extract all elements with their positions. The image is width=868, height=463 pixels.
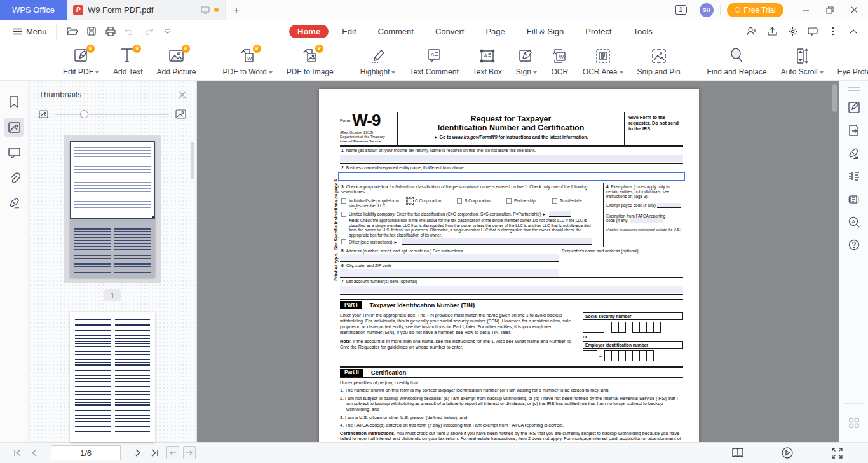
thumbnail-size-slider[interactable] — [55, 114, 169, 115]
text-comment-button[interactable]: A Text Comment — [402, 47, 465, 76]
pdf-to-word-button[interactable]: W ♛ PDF to Word — [216, 47, 280, 76]
other-field[interactable] — [402, 238, 592, 245]
annotate-tool-button[interactable] — [844, 96, 864, 119]
reading-mode-button[interactable] — [844, 188, 864, 211]
quick-access-more-button[interactable] — [159, 23, 176, 39]
signatures-panel-button[interactable] — [4, 194, 24, 213]
tab-comment[interactable]: Comment — [370, 25, 422, 38]
name-field[interactable] — [340, 155, 683, 162]
attachments-panel-button[interactable] — [4, 169, 24, 188]
previous-page-button[interactable] — [25, 445, 42, 460]
snip-and-pin-button[interactable]: Snip and Pin — [630, 47, 688, 76]
exempt-payee-field[interactable] — [657, 203, 681, 208]
tab-protect[interactable]: Protect — [577, 25, 620, 38]
free-trial-button[interactable]: ⬡ Free Trial — [727, 3, 783, 17]
page-thumbnail-1-selected[interactable] — [64, 135, 161, 283]
print-button[interactable] — [102, 23, 119, 39]
slider-knob[interactable] — [80, 110, 88, 118]
more-options-icon[interactable] — [825, 23, 841, 39]
tab-tools[interactable]: Tools — [625, 25, 661, 38]
view-forward-button[interactable] — [183, 446, 196, 459]
search-text-button[interactable]: A — [844, 211, 864, 233]
settings-gear-icon[interactable] — [784, 23, 801, 39]
page-thumbnail-2[interactable] — [70, 312, 155, 442]
tab-edit[interactable]: Edit — [334, 25, 364, 38]
ssn-box[interactable] — [653, 322, 661, 333]
edit-pdf-button[interactable]: ♛ Edit PDF — [56, 47, 106, 76]
text-box-button[interactable]: A Text Box — [466, 47, 509, 76]
document-tab[interactable]: P W9 Form PDF.pdf — [67, 0, 226, 20]
address-field[interactable] — [340, 254, 559, 261]
ocr-area-button[interactable]: OCR Area — [576, 47, 630, 76]
tab-page[interactable]: Page — [477, 25, 513, 38]
export-page-button[interactable] — [844, 119, 864, 142]
find-and-replace-button[interactable]: Find and Replace — [700, 47, 774, 76]
save-button[interactable] — [83, 23, 100, 39]
llc-classification-field[interactable] — [549, 211, 571, 217]
eye-protection-mode-button[interactable]: Eye Protection Mode — [831, 47, 868, 76]
document-scrollbar[interactable] — [832, 84, 837, 112]
signature-tool-button[interactable] — [844, 142, 864, 165]
checkbox-partnership[interactable] — [506, 198, 512, 204]
checkbox-trust-estate[interactable] — [552, 198, 557, 204]
feedback-comment-icon[interactable] — [804, 23, 821, 39]
highlight-button[interactable]: Highlight — [353, 47, 403, 76]
open-file-button[interactable] — [64, 23, 81, 39]
fullscreen-button[interactable] — [829, 445, 845, 460]
tab-fill-and-sign[interactable]: Fill & Sign — [519, 25, 573, 38]
share-icon[interactable] — [764, 23, 780, 39]
account-numbers-field[interactable] — [340, 286, 683, 293]
close-button[interactable] — [845, 3, 863, 18]
share-user-button[interactable] — [743, 23, 760, 39]
comments-panel-button[interactable] — [4, 143, 24, 162]
avatar[interactable]: SH — [700, 3, 714, 17]
document-viewer[interactable]: FormW-9 (Rev. October 2018) Department o… — [197, 81, 839, 442]
panel-drag-handle[interactable] — [848, 87, 860, 91]
ein-box[interactable] — [646, 350, 654, 361]
requester-box[interactable]: Requester's name and address (optional) — [559, 247, 683, 277]
pdf-to-image-button[interactable]: ♛ PDF to Image — [280, 47, 341, 76]
last-page-button[interactable] — [146, 445, 163, 460]
monitor-icon[interactable] — [201, 6, 210, 14]
wps-office-home-tab[interactable]: WPS Office — [0, 0, 67, 20]
tab-convert[interactable]: Convert — [427, 25, 473, 38]
ocr-button[interactable]: W OCR — [544, 47, 576, 76]
window-manager-icon[interactable]: 1 — [675, 5, 686, 15]
checkbox-llc[interactable] — [341, 212, 346, 217]
bookmarks-panel-button[interactable] — [4, 92, 24, 111]
checkbox-c-corporation[interactable] — [407, 198, 412, 204]
thumbnails-scrollbar[interactable] — [191, 142, 194, 179]
redo-button[interactable] — [140, 23, 157, 39]
read-mode-button[interactable] — [729, 445, 746, 460]
collapse-ribbon-icon[interactable] — [845, 23, 862, 39]
checkbox-other[interactable] — [341, 239, 346, 244]
restore-button[interactable] — [821, 3, 839, 18]
add-picture-button[interactable]: ♛ Add Picture — [150, 47, 203, 76]
undo-button[interactable] — [121, 23, 138, 39]
next-page-button[interactable] — [130, 445, 146, 460]
thumbnails-panel-button[interactable] — [4, 118, 24, 137]
help-button[interactable] — [844, 233, 864, 256]
viewport-indicator[interactable] — [70, 141, 155, 219]
page-indicator-input[interactable] — [51, 445, 121, 460]
checkbox-individual[interactable] — [341, 198, 346, 204]
add-text-button[interactable]: ♛ Add Text — [106, 47, 149, 76]
menu-button[interactable]: Menu — [0, 27, 56, 36]
ssn-box[interactable] — [618, 322, 626, 333]
play-presentation-button[interactable] — [779, 445, 796, 460]
business-name-field-active[interactable] — [338, 172, 685, 181]
sign-button[interactable]: Sign — [509, 47, 544, 76]
tab-home[interactable]: Home — [289, 25, 329, 38]
checkbox-s-corporation[interactable] — [457, 198, 462, 204]
close-panel-icon[interactable] — [179, 91, 186, 99]
minimize-button[interactable] — [797, 3, 815, 18]
view-back-button[interactable] — [166, 446, 179, 459]
more-panels-button[interactable] — [844, 411, 864, 434]
ssn-box[interactable] — [597, 322, 604, 333]
ein-box[interactable] — [590, 350, 597, 361]
auto-scroll-button[interactable]: Auto Scroll — [774, 47, 831, 76]
new-tab-button[interactable]: + — [226, 0, 247, 20]
fatca-code-field[interactable] — [630, 218, 663, 223]
city-state-zip-field[interactable] — [340, 269, 559, 277]
page-layout-button[interactable] — [844, 165, 864, 188]
